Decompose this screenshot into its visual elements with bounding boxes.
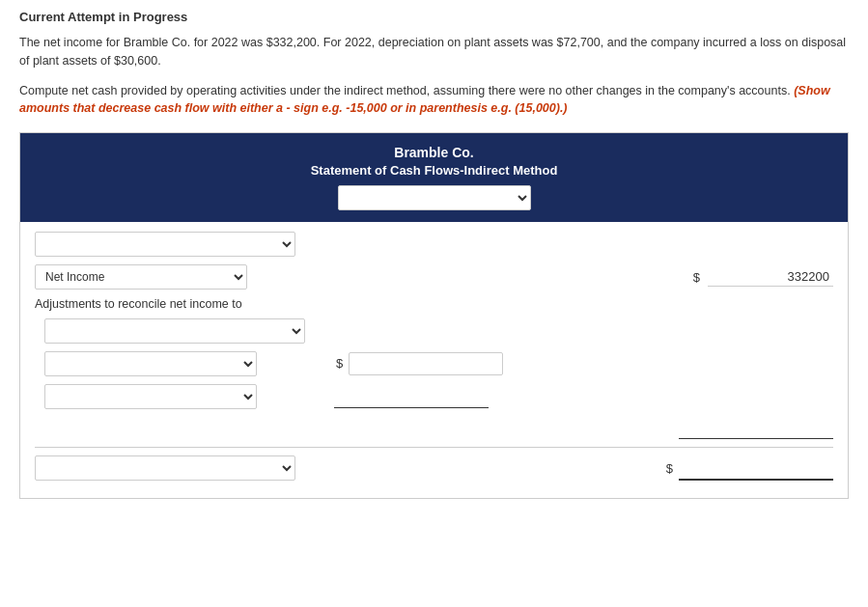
statement-container: Bramble Co. Statement of Cash Flows-Indi… bbox=[19, 132, 849, 499]
net-income-dropdown[interactable]: Net Income bbox=[35, 264, 247, 290]
total-right: $ bbox=[640, 456, 833, 481]
adj-row-1: Depreciation Loss on Disposal of Plant A… bbox=[44, 351, 843, 376]
adj-row-2: Depreciation Loss on Disposal of Plant A… bbox=[44, 384, 843, 409]
adj-row1-mid: $ bbox=[334, 352, 650, 375]
top-section-left: Operating Activities Investing Activitie… bbox=[35, 232, 324, 257]
instruction-text: Compute net cash provided by operating a… bbox=[19, 82, 849, 119]
statement-body: Operating Activities Investing Activitie… bbox=[20, 222, 848, 498]
adj-row1-dropdown[interactable]: Depreciation Loss on Disposal of Plant A… bbox=[44, 351, 257, 376]
adj-row2-left: Depreciation Loss on Disposal of Plant A… bbox=[44, 384, 334, 409]
adjustments-section-row: Net Cash Provided by Operating Activitie… bbox=[44, 318, 843, 344]
adj-row1-input[interactable] bbox=[349, 352, 503, 375]
adj-row1-dollar: $ bbox=[334, 356, 345, 371]
top-section-dropdown[interactable]: Operating Activities Investing Activitie… bbox=[35, 232, 295, 257]
statement-title: Statement of Cash Flows-Indirect Method bbox=[30, 163, 838, 178]
problem-text: The net income for Bramble Co. for 2022 … bbox=[19, 34, 849, 70]
adj-row1-left: Depreciation Loss on Disposal of Plant A… bbox=[44, 351, 334, 376]
company-name: Bramble Co. bbox=[30, 145, 838, 160]
section-title: Current Attempt in Progress bbox=[19, 10, 849, 24]
subtotal-input[interactable] bbox=[679, 417, 833, 439]
net-income-right: $ 332200 bbox=[640, 267, 833, 287]
total-left: Net Cash Provided by Operating Activitie… bbox=[35, 455, 324, 481]
net-income-dollar: $ bbox=[691, 270, 702, 285]
statement-header: Bramble Co. Statement of Cash Flows-Indi… bbox=[20, 133, 848, 222]
header-period-dropdown[interactable]: For the Year Ended December 31, 2022 bbox=[338, 185, 531, 210]
top-section-row: Operating Activities Investing Activitie… bbox=[35, 232, 833, 257]
total-dollar: $ bbox=[664, 461, 675, 476]
instruction-prefix: Compute net cash provided by operating a… bbox=[19, 84, 791, 97]
adjustments-label: Adjustments to reconcile net income to bbox=[35, 297, 833, 311]
total-row: Net Cash Provided by Operating Activitie… bbox=[35, 447, 833, 481]
subtotal-row bbox=[35, 417, 833, 439]
header-dropdown-row: For the Year Ended December 31, 2022 bbox=[30, 185, 838, 210]
net-income-row: Net Income $ 332200 bbox=[35, 264, 833, 290]
page-container: Current Attempt in Progress The net inco… bbox=[0, 0, 868, 533]
net-income-left: Net Income bbox=[35, 264, 324, 290]
net-income-value: 332200 bbox=[708, 267, 833, 287]
adj-row2-input[interactable] bbox=[334, 386, 489, 408]
adjustments-section-dropdown[interactable]: Net Cash Provided by Operating Activitie… bbox=[44, 318, 305, 344]
subtotal-right bbox=[640, 417, 833, 439]
adjustments-section-left: Net Cash Provided by Operating Activitie… bbox=[44, 318, 334, 344]
adj-row2-mid bbox=[334, 386, 650, 408]
total-dropdown[interactable]: Net Cash Provided by Operating Activitie… bbox=[35, 455, 295, 481]
total-input[interactable] bbox=[679, 456, 833, 481]
problem-text-content: The net income for Bramble Co. for 2022 … bbox=[19, 36, 846, 68]
adj-row2-dropdown[interactable]: Depreciation Loss on Disposal of Plant A… bbox=[44, 384, 257, 409]
